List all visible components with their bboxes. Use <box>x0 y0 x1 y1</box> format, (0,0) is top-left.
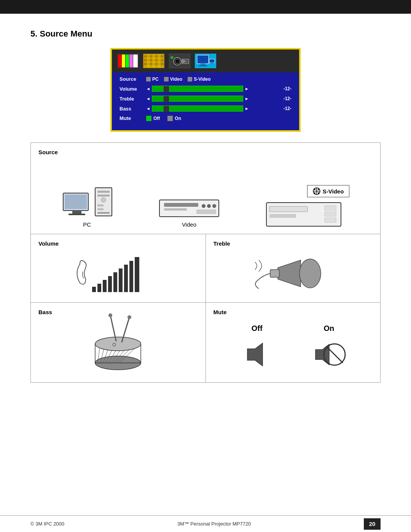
volume-cell: Volume <box>31 234 206 302</box>
osd-bass-row: Bass ◄ ► -12- <box>119 105 292 112</box>
treble-track <box>152 96 243 102</box>
svg-rect-23 <box>209 59 215 63</box>
svg-rect-59 <box>108 276 112 292</box>
mute-cell: Mute Off On <box>206 303 381 382</box>
mute-off-text: Off <box>252 324 263 333</box>
svg-rect-62 <box>124 265 128 292</box>
svg-rect-4 <box>129 54 133 67</box>
svg-point-47 <box>318 189 319 190</box>
svg-rect-53 <box>325 206 336 210</box>
bass-thumb <box>164 106 169 112</box>
svg-rect-34 <box>97 208 104 210</box>
svg-rect-28 <box>68 214 85 215</box>
pc-tower-group <box>94 186 113 218</box>
osd-body: Source PC Video S-Video <box>112 72 299 130</box>
svg-point-79 <box>95 337 141 351</box>
svg-rect-11 <box>152 54 155 67</box>
bass-cell: Bass <box>31 303 206 382</box>
source-video-label: Video <box>170 77 182 82</box>
bass-value: -12- <box>284 106 292 111</box>
source-video-option: Video <box>164 77 182 82</box>
svg-rect-22 <box>199 65 207 66</box>
svg-marker-85 <box>247 343 263 366</box>
mute-off-group: Off <box>240 324 274 372</box>
osd-icons-row <box>112 50 299 72</box>
svideo-device-svg <box>266 201 342 228</box>
video-group: Video <box>159 197 220 228</box>
volume-thumb <box>164 86 169 92</box>
mute-illustration: Off On <box>213 319 373 376</box>
footer-page-number: 20 <box>364 518 381 530</box>
svg-point-41 <box>212 204 216 208</box>
svg-point-18 <box>170 56 174 59</box>
svg-marker-65 <box>278 260 301 287</box>
pc-hardware <box>62 186 113 218</box>
footer-copyright: © 3M IPC 2000 <box>30 521 64 527</box>
osd-source-row: Source PC Video S-Video <box>119 76 292 82</box>
svideo-group: S-Video <box>266 185 349 228</box>
svg-rect-66 <box>270 270 279 277</box>
svg-point-49 <box>318 192 319 194</box>
svg-point-40 <box>207 204 211 208</box>
svg-point-81 <box>127 315 131 319</box>
svg-rect-57 <box>97 284 101 292</box>
volume-slider: ◄ ► <box>146 86 280 92</box>
osd-volume-row: Volume ◄ ► -12- <box>119 86 292 92</box>
svg-rect-60 <box>113 272 117 292</box>
monitor-active-icon <box>194 53 217 69</box>
camera-icon <box>168 53 191 69</box>
pc-label: PC <box>83 221 91 228</box>
pc-group: PC <box>62 186 113 228</box>
osd-box: Source PC Video S-Video <box>110 48 301 132</box>
treble-slider: ◄ ► <box>146 96 280 102</box>
source-video-dot <box>164 77 169 81</box>
bass-mute-row: Bass <box>31 303 380 382</box>
svg-rect-1 <box>118 54 121 67</box>
svg-rect-54 <box>325 212 336 216</box>
svg-rect-64 <box>135 257 139 292</box>
osd-mute-label: Mute <box>119 115 146 121</box>
treble-title: Treble <box>213 240 373 247</box>
source-diagram-row: Source <box>31 143 380 234</box>
svg-rect-20 <box>197 55 209 64</box>
svg-rect-31 <box>97 195 110 197</box>
volume-treble-row: Volume <box>31 234 380 303</box>
mute-off-label: Off <box>153 116 160 121</box>
svg-rect-30 <box>97 191 110 193</box>
vcr-svg <box>159 197 220 220</box>
volume-track <box>152 86 243 92</box>
svg-rect-58 <box>103 280 107 292</box>
svg-rect-52 <box>269 214 296 218</box>
svg-rect-63 <box>129 261 133 292</box>
speaker-muted-svg <box>312 337 346 372</box>
volume-illustration <box>38 251 198 296</box>
osd-volume-label: Volume <box>119 86 146 92</box>
svg-point-39 <box>202 204 206 208</box>
mute-title: Mute <box>213 309 373 315</box>
bass-arrow-left: ◄ <box>146 106 150 111</box>
svg-rect-3 <box>126 54 129 67</box>
bass-illustration <box>38 319 198 376</box>
svg-point-32 <box>101 198 106 202</box>
section-number: 5. <box>30 29 37 38</box>
mute-on-dot <box>167 116 173 121</box>
filmstrip-icon <box>142 53 165 69</box>
speaker-on-svg <box>240 337 274 372</box>
svg-rect-35 <box>97 212 110 214</box>
source-svideo-dot <box>188 77 192 81</box>
treble-arrow-right: ► <box>245 96 249 101</box>
svg-rect-21 <box>201 64 205 65</box>
treble-cell: Treble <box>206 234 381 302</box>
mute-off-dot <box>146 116 151 121</box>
svg-rect-24 <box>211 63 213 64</box>
pc-monitor-svg <box>62 192 92 218</box>
footer-product: 3M™ Personal Projector MP7720 <box>177 521 251 527</box>
bass-arrow-right: ► <box>245 106 249 111</box>
svg-point-67 <box>299 259 321 288</box>
svg-rect-12 <box>158 54 161 67</box>
svg-rect-42 <box>197 210 216 214</box>
svg-rect-51 <box>269 206 307 212</box>
svideo-badge-label: S-Video <box>323 188 344 195</box>
section-heading: Source Menu <box>40 29 92 38</box>
osd-mute-row: Mute Off On <box>119 115 292 121</box>
